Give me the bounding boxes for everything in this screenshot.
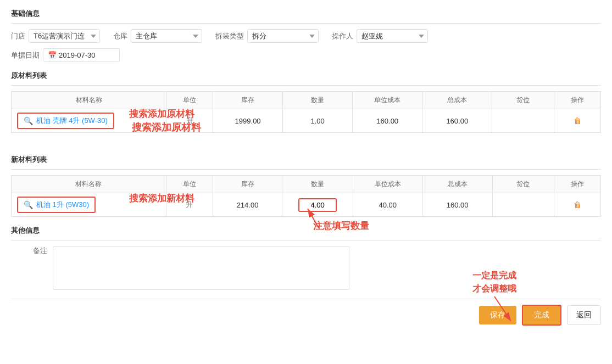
raw-col-name: 材料名称 — [12, 92, 166, 109]
raw-col-stock: 库存 — [213, 92, 283, 109]
date-input-wrapper[interactable]: 📅 — [43, 48, 120, 62]
raw-col-unit: 单位 — [166, 92, 213, 109]
new-delete-button[interactable]: 🗑 — [574, 200, 581, 209]
raw-unit-cost: 160.00 — [353, 109, 422, 133]
cancel-button[interactable]: 返回 — [567, 305, 601, 325]
table-row: 🔍 机油 壳牌 4升 (5W-30) 升 1999.00 1.00 160.00… — [12, 109, 601, 133]
new-total-cost: 160.00 — [422, 193, 492, 217]
new-location — [492, 193, 554, 217]
new-col-unit: 单位 — [166, 176, 213, 193]
raw-location — [492, 109, 554, 133]
raw-materials-title: 原材料列表 — [11, 71, 601, 86]
basic-info-title: 基础信息 — [11, 9, 601, 24]
raw-col-total-cost: 总成本 — [422, 92, 492, 109]
notes-textarea[interactable] — [53, 246, 349, 290]
new-col-action: 操作 — [554, 176, 601, 193]
raw-col-location: 货位 — [492, 92, 554, 109]
raw-col-unit-cost: 单位成本 — [353, 92, 422, 109]
raw-total-cost: 160.00 — [422, 109, 492, 133]
warehouse-label: 仓库 — [113, 31, 127, 41]
raw-qty: 1.00 — [283, 109, 353, 133]
date-label: 单据日期 — [11, 51, 40, 60]
new-col-unit-cost: 单位成本 — [353, 176, 422, 193]
new-name-box: 🔍 机油 1升 (5W30) — [17, 197, 96, 213]
raw-stock: 1999.00 — [213, 109, 283, 133]
new-delete-cell: 🗑 — [554, 193, 601, 217]
new-qty-input[interactable] — [298, 198, 337, 212]
search-icon[interactable]: 🔍 — [24, 116, 33, 125]
new-materials-title: 新材料列表 — [11, 155, 601, 170]
date-input[interactable] — [59, 51, 115, 59]
store-select[interactable]: T6运营演示门连 — [29, 29, 100, 43]
table-row: 🔍 机油 1升 (5W30) 升 214.00 40.00 160.00 🗑 — [12, 193, 601, 217]
raw-col-qty: 数量 — [283, 92, 353, 109]
new-col-location: 货位 — [492, 176, 554, 193]
raw-delete-cell: 🗑 — [554, 109, 601, 133]
footer-bar: 保存 完成 返回 — [11, 299, 601, 326]
new-col-total-cost: 总成本 — [422, 176, 492, 193]
new-unit-cost: 40.00 — [353, 193, 422, 217]
other-info-title: 其他信息 — [11, 226, 601, 240]
new-unit: 升 — [166, 193, 213, 217]
new-material-link[interactable]: 机油 1升 (5W30) — [36, 200, 89, 210]
raw-col-action: 操作 — [554, 92, 601, 109]
raw-materials-table: 材料名称 单位 库存 数量 单位成本 总成本 货位 操作 🔍 机油 壳牌 4升 … — [11, 91, 601, 133]
new-qty-cell — [282, 193, 353, 217]
save-button[interactable]: 保存 — [479, 306, 516, 324]
search-icon[interactable]: 🔍 — [24, 200, 33, 209]
notes-label: 备注 — [33, 246, 47, 256]
store-label: 门店 — [11, 31, 25, 41]
warehouse-select[interactable]: 主仓库 — [131, 29, 202, 43]
raw-name-box: 🔍 机油 壳牌 4升 (5W-30) — [17, 113, 114, 129]
raw-delete-button[interactable]: 🗑 — [574, 116, 581, 125]
operator-label: 操作人 — [332, 31, 353, 41]
raw-unit: 升 — [166, 109, 213, 133]
new-col-stock: 库存 — [213, 176, 282, 193]
disassemble-select[interactable]: 拆分 — [247, 29, 319, 43]
complete-button[interactable]: 完成 — [522, 305, 561, 326]
operator-select[interactable]: 赵亚妮 — [357, 29, 428, 43]
disassemble-label: 拆装类型 — [215, 31, 244, 41]
raw-name-cell: 🔍 机油 壳牌 4升 (5W-30) — [12, 109, 166, 133]
new-col-qty: 数量 — [282, 176, 353, 193]
new-name-cell: 🔍 机油 1升 (5W30) — [12, 193, 166, 217]
new-col-name: 材料名称 — [12, 176, 166, 193]
calendar-icon: 📅 — [48, 51, 57, 59]
raw-material-link[interactable]: 机油 壳牌 4升 (5W-30) — [36, 116, 108, 126]
new-materials-table: 材料名称 单位 库存 数量 单位成本 总成本 货位 操作 🔍 机油 1升 (5W… — [11, 175, 601, 217]
new-stock: 214.00 — [213, 193, 282, 217]
